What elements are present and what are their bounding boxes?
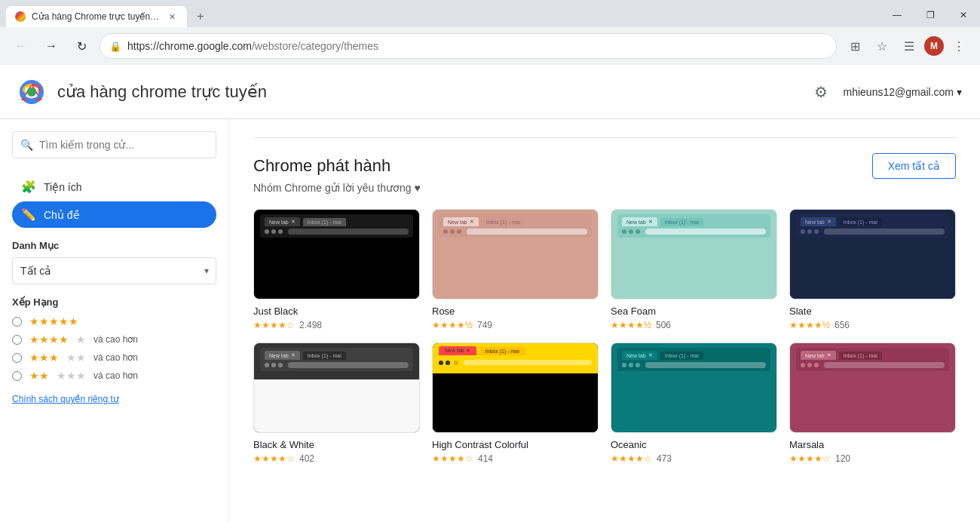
rating-empty-4: ★ [76, 333, 86, 345]
nav-actions: ⊞ ☆ ☰ M ⋮ [843, 34, 971, 58]
rating-stars-4: ★★★★ [29, 333, 69, 345]
minimize-button[interactable]: — [880, 3, 914, 27]
theme-card-rose[interactable]: New tab ✕ Inbox (1) - mai [432, 209, 599, 330]
store-name: cửa hàng chrome trực tuyến [57, 82, 267, 102]
theme-rating-rose: ★★★★½ 749 [432, 320, 599, 330]
theme-card-just-black[interactable]: New tab ✕ Inbox (1) - mai Just Black [253, 209, 420, 330]
sidebar-item-extensions-label: Tiện ích [44, 181, 82, 193]
theme-thumb-seafoam: New tab ✕ Inbox (1) - mai [611, 209, 777, 299]
browser-tab[interactable]: Cửa hàng Chrome trực tuyến - C ✕ [6, 6, 187, 27]
theme-card-oceanic[interactable]: New tab ✕ Inbox (1) - mai [611, 342, 777, 464]
rating-row-2: ★★★★★ và cao hơn [12, 370, 216, 382]
rating-label-3: và cao hơn [93, 352, 138, 363]
theme-card-slate[interactable]: New tab ✕ Inbox (1) - mai [789, 209, 956, 330]
tab-close-button[interactable]: ✕ [166, 11, 178, 23]
rating-empty-2: ★★★ [57, 370, 86, 382]
rating-label-4: và cao hơn [93, 334, 138, 345]
rating-row-3: ★★★★★ và cao hơn [12, 352, 216, 364]
rating-label-2: và cao hơn [93, 370, 138, 381]
user-avatar[interactable]: M [924, 36, 944, 56]
restore-button[interactable]: ❐ [914, 3, 947, 27]
theme-rating-marsala: ★★★★☆ 120 [789, 453, 956, 464]
search-icon: 🔍 [20, 139, 33, 151]
reload-button[interactable]: ↻ [69, 34, 93, 58]
rating-section: Xếp Hạng ★★★★★ ★★★★★ và cao hơn ★★★★★ [12, 296, 216, 382]
rating-stars-2: ★★ [29, 370, 49, 382]
extensions-button[interactable]: ⊞ [843, 34, 867, 58]
main-layout: 🔍 🧩 Tiện ích ✏️ Chủ đề Danh Mục Tất cả [0, 119, 980, 522]
rating-radio-5[interactable] [12, 317, 22, 327]
section-divider [253, 137, 956, 138]
theme-card-hcc[interactable]: New tab ✕ Inbox (1) - mai [432, 342, 599, 464]
store-header: cửa hàng chrome trực tuyến ⚙ mhieuns12@g… [0, 65, 980, 119]
svg-point-2 [27, 88, 36, 97]
theme-rating-seafoam: ★★★★½ 506 [611, 320, 777, 330]
main-content: Chrome phát hành Xem tất cả Nhóm Chrome … [229, 119, 980, 522]
theme-rating-oceanic: ★★★★☆ 473 [611, 453, 777, 464]
rating-radio-2[interactable] [12, 371, 22, 381]
search-box[interactable]: 🔍 [12, 131, 216, 158]
lock-icon: 🔒 [109, 41, 121, 52]
tab-title: Cửa hàng Chrome trực tuyến - C [32, 11, 160, 22]
back-button[interactable]: ← [9, 34, 33, 58]
sidebar-item-themes-label: Chủ đề [44, 209, 80, 221]
theme-thumb-hcc: New tab ✕ Inbox (1) - mai [432, 342, 599, 433]
category-dropdown-wrap: Tất cả Nghệ thuật & Thiết kế Màu sắc đơn… [12, 257, 216, 284]
bookmark-button[interactable]: ☆ [870, 34, 894, 58]
theme-thumb-rose: New tab ✕ Inbox (1) - mai [432, 209, 599, 299]
theme-thumb-oceanic: New tab ✕ Inbox (1) - mai [611, 342, 777, 433]
privacy-link[interactable]: Chính sách quyền riêng tư [12, 394, 216, 404]
sidebar-item-extensions[interactable]: 🧩 Tiện ích [12, 173, 216, 200]
theme-name-just-black: Just Black [253, 306, 420, 317]
category-dropdown[interactable]: Tất cả Nghệ thuật & Thiết kế Màu sắc đơn… [12, 257, 216, 284]
theme-rating-slate: ★★★★½ 656 [789, 320, 956, 330]
browser-frame: Cửa hàng Chrome trực tuyến - C ✕ + — ❐ ✕… [0, 0, 980, 522]
section-title: Chrome phát hành [253, 156, 390, 176]
address-text: https://chrome.google.com/webstore/categ… [127, 40, 827, 52]
extensions-icon: 🧩 [21, 180, 36, 194]
sidebar: 🔍 🧩 Tiện ích ✏️ Chủ đề Danh Mục Tất cả [0, 119, 229, 522]
category-section: Danh Mục Tất cả Nghệ thuật & Thiết kế Mà… [12, 240, 216, 284]
theme-card-seafoam[interactable]: New tab ✕ Inbox (1) - mai [611, 209, 777, 330]
theme-thumb-just-black: New tab ✕ Inbox (1) - mai [253, 209, 420, 299]
rating-stars-3: ★★★ [29, 352, 59, 364]
new-tab-button[interactable]: + [190, 6, 211, 27]
address-bar[interactable]: 🔒 https://chrome.google.com/webstore/cat… [100, 33, 837, 59]
rating-row-5: ★★★★★ [12, 315, 216, 327]
section-subtitle: Nhóm Chrome gửi lời yêu thương ♥ [253, 182, 956, 194]
sidebar-item-themes[interactable]: ✏️ Chủ đề [12, 201, 216, 228]
menu-button[interactable]: ⋮ [947, 34, 971, 58]
rating-stars-5: ★★★★★ [29, 315, 78, 327]
theme-name-oceanic: Oceanic [611, 439, 777, 450]
themes-grid: New tab ✕ Inbox (1) - mai Just Black [253, 209, 956, 464]
rating-radio-4[interactable] [12, 335, 22, 345]
section-header: Chrome phát hành Xem tất cả [253, 153, 956, 179]
search-input[interactable] [39, 139, 208, 151]
rating-row-4: ★★★★★ và cao hơn [12, 333, 216, 345]
theme-thumb-slate: New tab ✕ Inbox (1) - mai [789, 209, 956, 299]
rating-title: Xếp Hạng [12, 296, 216, 308]
bookmarks-manager-button[interactable]: ☰ [897, 34, 921, 58]
forward-button[interactable]: → [39, 34, 63, 58]
rating-empty-3: ★★ [66, 352, 86, 364]
chrome-store-logo [18, 78, 45, 106]
theme-card-bw[interactable]: New tab ✕ Inbox (1) - mai [253, 342, 420, 464]
see-all-button[interactable]: Xem tất cả [872, 153, 956, 179]
close-button[interactable]: ✕ [947, 3, 980, 27]
themes-icon: ✏️ [21, 207, 36, 222]
theme-name-bw: Black & White [253, 439, 420, 450]
theme-rating-just-black: ★★★★☆ 2.498 [253, 320, 420, 330]
tab-favicon [15, 11, 26, 22]
theme-name-rose: Rose [432, 306, 599, 317]
theme-rating-hcc: ★★★★☆ 414 [432, 453, 599, 464]
settings-button[interactable]: ⚙ [807, 78, 835, 106]
theme-name-hcc: High Contrast Colorful [432, 439, 599, 450]
theme-name-seafoam: Sea Foam [611, 306, 777, 317]
theme-name-marsala: Marsala [789, 439, 956, 450]
navigation-bar: ← → ↻ 🔒 https://chrome.google.com/websto… [0, 27, 980, 65]
theme-card-marsala[interactable]: New tab ✕ Inbox (1) - mai [789, 342, 956, 464]
header-right: ⚙ mhieuns12@gmail.com ▾ [807, 78, 963, 106]
rating-radio-3[interactable] [12, 353, 22, 363]
user-email[interactable]: mhieuns12@gmail.com ▾ [844, 86, 963, 98]
page-content: cửa hàng chrome trực tuyến ⚙ mhieuns12@g… [0, 65, 980, 522]
